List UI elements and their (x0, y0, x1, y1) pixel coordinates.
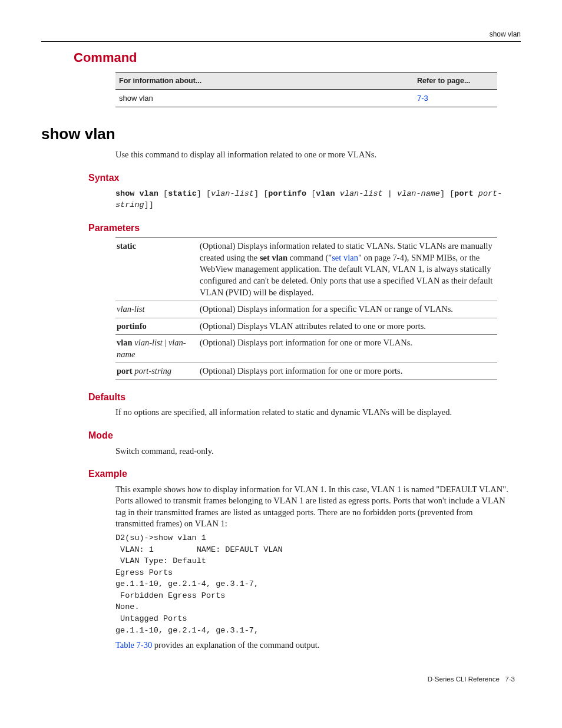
param-row: static (Optional) Displays information r… (115, 238, 497, 301)
parameters-table: static (Optional) Displays information r… (115, 238, 497, 380)
syntax-text: [ (158, 189, 168, 198)
defaults-heading: Defaults (88, 391, 521, 404)
syntax-text: [ (306, 189, 316, 198)
param-kw: port (117, 366, 133, 375)
param-text: command (" (287, 253, 332, 262)
param-arg: vlan-list (133, 338, 165, 347)
param-desc: (Optional) Displays information related … (200, 241, 496, 298)
section-title: Command (74, 49, 521, 67)
syntax-text (335, 189, 340, 198)
example-followup: Table 7-30 provides an explanation of th… (115, 640, 509, 651)
page-footer: D-Series CLI Reference 7-3 (41, 675, 521, 684)
command-intro: Use this command to display all informat… (115, 149, 509, 161)
syntax-kw: port (454, 189, 473, 198)
syntax-kw: portinfo (268, 189, 306, 198)
footer-doc: D-Series CLI Reference (428, 676, 500, 683)
mode-heading: Mode (88, 429, 521, 442)
param-desc: (Optional) Displays information for a sp… (200, 304, 496, 315)
info-td-about: show vlan (119, 93, 417, 104)
info-table-row: show vlan 7-3 (115, 90, 497, 107)
param-arg: port-string (133, 366, 171, 375)
defaults-text: If no options are specified, all informa… (115, 407, 509, 419)
syntax-kw: static (168, 189, 197, 198)
param-row: port port-string (Optional) Displays por… (115, 363, 497, 380)
info-td-page-link[interactable]: 7-3 (417, 93, 494, 104)
followup-text: provides an explanation of the command o… (152, 640, 319, 650)
param-row: vlan-list (Optional) Displays informatio… (115, 301, 497, 318)
syntax-arg: vlan-list (340, 189, 383, 198)
param-kw: vlan (117, 338, 133, 347)
param-row: portinfo (Optional) Displays VLAN attrib… (115, 318, 497, 335)
table-link[interactable]: Table 7-30 (115, 640, 152, 650)
example-code: D2(su)->show vlan 1 VLAN: 1 NAME: DEFAUL… (115, 532, 509, 636)
param-link[interactable]: set vlan (332, 253, 358, 262)
syntax-kw: show vlan (115, 189, 158, 198)
info-table: For information about... Refer to page..… (115, 73, 497, 107)
param-name: vlan vlan-list | vlan-name (117, 337, 200, 360)
param-row: vlan vlan-list | vlan-name (Optional) Di… (115, 335, 497, 363)
info-table-header: For information about... Refer to page..… (115, 73, 497, 90)
syntax-text (474, 189, 478, 198)
page-header-right: show vlan (41, 29, 521, 39)
footer-page: 7-3 (505, 676, 515, 683)
syntax-arg: vlan-name (397, 189, 440, 198)
param-name: portinfo (117, 321, 200, 332)
param-name: static (117, 241, 200, 298)
mode-text: Switch command, read-only. (115, 446, 509, 457)
header-rule (41, 41, 521, 42)
param-desc: (Optional) Displays VLAN attributes rela… (200, 321, 496, 332)
example-intro: This example shows how to display inform… (115, 484, 509, 530)
syntax-block: show vlan [static] [vlan-list] [portinfo… (115, 188, 509, 211)
syntax-arg: vlan-list (211, 189, 254, 198)
syntax-text: ] [ (197, 189, 211, 198)
info-th-about: For information about... (119, 76, 417, 86)
syntax-text: ] [ (440, 189, 454, 198)
syntax-text: ] [ (254, 189, 268, 198)
syntax-heading: Syntax (88, 172, 521, 185)
syntax-text: | (383, 189, 397, 198)
param-bold: set vlan (260, 253, 287, 262)
info-th-page: Refer to page... (417, 76, 494, 86)
parameters-heading: Parameters (88, 222, 521, 235)
param-name: vlan-list (117, 304, 200, 315)
example-heading: Example (88, 467, 521, 480)
syntax-text: ]] (144, 200, 154, 209)
param-desc: (Optional) Displays port information for… (200, 337, 496, 360)
syntax-kw: vlan (316, 189, 335, 198)
param-desc: (Optional) Displays port information for… (200, 365, 496, 377)
command-title: show vlan (41, 124, 521, 144)
param-name: port port-string (117, 365, 200, 377)
